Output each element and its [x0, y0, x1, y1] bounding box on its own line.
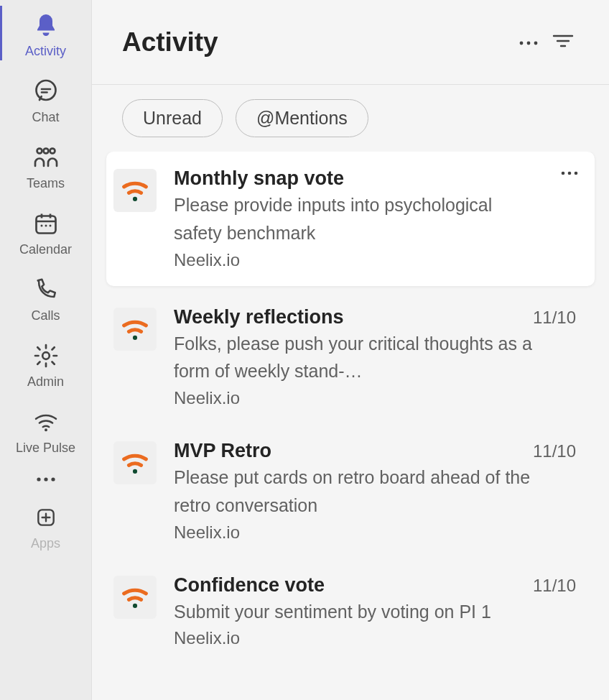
filter-pills: Unread @Mentions — [92, 85, 609, 152]
activity-item-title: Monthly snap vote — [174, 167, 344, 190]
app-avatar — [113, 308, 157, 351]
teams-icon — [31, 142, 61, 172]
chat-icon — [33, 76, 59, 106]
svg-point-23 — [575, 172, 578, 175]
svg-point-22 — [568, 172, 572, 175]
svg-point-21 — [562, 172, 565, 175]
activity-item-source: Neelix.io — [174, 388, 576, 408]
activity-item-body: Monthly snap vote Please provide inputs … — [174, 167, 576, 270]
rail-more-button[interactable] — [0, 463, 91, 496]
panel-header: Activity — [92, 0, 609, 85]
activity-item[interactable]: Confidence vote 11/10 Submit your sentim… — [106, 558, 595, 665]
svg-point-5 — [40, 225, 42, 227]
phone-icon — [34, 275, 58, 305]
svg-point-25 — [133, 469, 137, 474]
activity-feed: Monthly snap vote Please provide inputs … — [92, 152, 609, 700]
rail-label-livepulse: Live Pulse — [16, 441, 75, 454]
page-title: Activity — [122, 27, 218, 57]
svg-point-15 — [527, 41, 531, 45]
filter-unread[interactable]: Unread — [122, 99, 223, 137]
header-more-button[interactable] — [511, 25, 546, 60]
app-rail: Activity Chat Teams Calendar Calls Admin — [0, 0, 92, 700]
activity-item-source: Neelix.io — [174, 250, 576, 270]
activity-item-date: 11/10 — [533, 441, 576, 461]
svg-point-3 — [50, 149, 55, 154]
filter-button[interactable] — [546, 25, 580, 60]
svg-point-14 — [520, 41, 524, 45]
activity-item-desc: Submit your sentiment by voting on PI 1 — [174, 598, 533, 626]
activity-item[interactable]: MVP Retro 11/10 Please put cards on retr… — [106, 424, 595, 558]
more-icon — [35, 473, 57, 486]
svg-point-12 — [51, 477, 55, 481]
activity-item-body: Confidence vote 11/10 Submit your sentim… — [174, 574, 576, 649]
filter-icon — [552, 34, 574, 51]
rail-label-admin: Admin — [27, 375, 64, 388]
activity-item-source: Neelix.io — [174, 628, 576, 648]
svg-point-9 — [45, 428, 47, 431]
activity-item[interactable]: Monthly snap vote Please provide inputs … — [106, 152, 595, 286]
app-avatar — [113, 441, 157, 484]
rail-label-calendar: Calendar — [19, 243, 72, 256]
app-avatar — [113, 576, 157, 619]
activity-panel: Activity Unread @Mentions Monthly snap v… — [92, 0, 609, 700]
activity-item-desc: Please provide inputs into psychological… — [174, 191, 533, 247]
rail-item-livepulse[interactable]: Live Pulse — [0, 397, 91, 463]
app-avatar — [113, 169, 157, 212]
activity-item-title: MVP Retro — [174, 440, 271, 462]
activity-item[interactable]: Weekly reflections 11/10 Folks, please p… — [106, 290, 595, 425]
rail-item-admin[interactable]: Admin — [0, 331, 91, 397]
activity-item-more-button[interactable] — [560, 166, 579, 179]
rail-item-chat[interactable]: Chat — [0, 66, 91, 132]
activity-item-body: MVP Retro 11/10 Please put cards on retr… — [174, 440, 576, 543]
svg-point-6 — [45, 225, 47, 227]
rail-label-teams: Teams — [27, 177, 65, 190]
activity-item-date: 11/10 — [533, 576, 576, 596]
svg-point-24 — [133, 335, 137, 339]
gear-icon — [33, 341, 59, 371]
rail-item-apps[interactable]: Apps — [0, 496, 91, 561]
calendar-icon — [33, 208, 59, 239]
svg-point-26 — [133, 603, 137, 607]
activity-item-title: Confidence vote — [174, 574, 325, 597]
svg-point-0 — [36, 80, 55, 100]
activity-item-title: Weekly reflections — [174, 306, 344, 328]
wifi-icon — [34, 407, 58, 437]
rail-label-calls: Calls — [31, 309, 60, 322]
svg-point-2 — [43, 149, 48, 154]
bell-icon — [33, 10, 59, 40]
filter-mentions[interactable]: @Mentions — [236, 99, 368, 137]
svg-point-16 — [534, 41, 538, 45]
rail-label-apps: Apps — [31, 536, 60, 551]
svg-point-1 — [37, 149, 42, 154]
svg-point-8 — [42, 352, 50, 359]
svg-point-20 — [133, 197, 137, 201]
activity-item-date: 11/10 — [533, 308, 576, 328]
rail-label-chat: Chat — [32, 111, 59, 124]
svg-point-11 — [44, 477, 47, 481]
activity-item-body: Weekly reflections 11/10 Folks, please p… — [174, 306, 576, 409]
more-icon — [519, 36, 539, 49]
rail-label-activity: Activity — [25, 45, 66, 57]
activity-item-source: Neelix.io — [174, 522, 576, 543]
rail-item-teams[interactable]: Teams — [0, 132, 91, 198]
svg-point-10 — [37, 477, 40, 481]
rail-item-calendar[interactable]: Calendar — [0, 198, 91, 264]
svg-point-7 — [49, 225, 51, 227]
activity-item-desc: Folks, please push your critical thought… — [174, 330, 533, 386]
activity-item-desc: Please put cards on retro board ahead of… — [174, 464, 533, 520]
rail-item-activity[interactable]: Activity — [0, 0, 91, 66]
apps-icon — [34, 506, 57, 532]
rail-item-calls[interactable]: Calls — [0, 264, 91, 331]
